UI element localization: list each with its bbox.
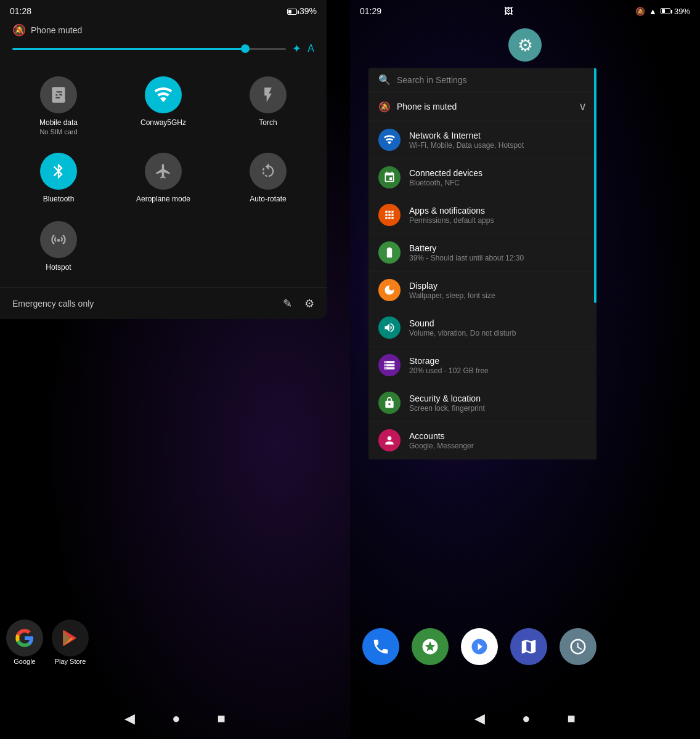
scrollbar-thumb bbox=[594, 68, 596, 303]
back-button-right[interactable]: ◀ bbox=[474, 711, 485, 727]
security-title: Security & location bbox=[409, 394, 587, 403]
mute-icon-settings: 🔕 bbox=[378, 101, 391, 113]
battery-title: Battery bbox=[409, 243, 587, 253]
settings-item-connected[interactable]: Connected devices Bluetooth, NFC bbox=[368, 159, 596, 196]
home-button-left[interactable]: ● bbox=[172, 711, 180, 727]
tile-torch[interactable]: Torch bbox=[216, 68, 320, 144]
settings-muted-label: Phone is muted bbox=[397, 102, 457, 111]
app-maps-right[interactable] bbox=[510, 628, 547, 665]
accounts-sub: Google, Messenger bbox=[409, 442, 587, 450]
network-sub: Wi-Fi, Mobile, Data usage, Hotspot bbox=[409, 141, 587, 150]
brightness-row[interactable]: ✦ A bbox=[0, 39, 327, 62]
app-phone-right[interactable] bbox=[362, 628, 399, 665]
mute-icon: 🔕 bbox=[12, 23, 26, 37]
tile-wifi[interactable]: Conway5GHz bbox=[111, 68, 216, 144]
storage-text: Storage 20% used - 102 GB free bbox=[409, 356, 587, 375]
back-button-left[interactable]: ◀ bbox=[124, 711, 135, 727]
google-label: Google bbox=[14, 658, 35, 665]
autorotate-label: Auto-rotate bbox=[250, 195, 286, 204]
recent-button-right[interactable]: ■ bbox=[568, 711, 576, 727]
settings-search[interactable]: 🔍 Search in Settings bbox=[368, 68, 596, 92]
tile-hotspot[interactable]: Hotspot bbox=[6, 212, 111, 281]
quick-settings-panel: 01:28 39% 🔕 Phone muted ✦ A Mobile da bbox=[0, 0, 327, 319]
wifi-icon bbox=[145, 76, 182, 113]
right-status-icons: 🔕 ▲ 39% bbox=[635, 7, 690, 16]
settings-item-network[interactable]: Network & Internet Wi-Fi, Mobile, Data u… bbox=[368, 121, 596, 159]
qs-bottom-row: Emergency calls only ✎ ⚙ bbox=[0, 288, 327, 319]
airplane-icon bbox=[145, 153, 182, 190]
recent-button-left[interactable]: ■ bbox=[218, 711, 226, 727]
clock-icon-right bbox=[560, 628, 596, 665]
settings-item-display[interactable]: Display Wallpaper, sleep, font size bbox=[368, 272, 596, 309]
mute-icon-right: 🔕 bbox=[635, 7, 645, 16]
settings-item-sound[interactable]: Sound Volume, vibration, Do not disturb bbox=[368, 309, 596, 347]
expand-icon: ∨ bbox=[579, 100, 587, 113]
display-sub: Wallpaper, sleep, font size bbox=[409, 291, 587, 300]
settings-item-battery[interactable]: Battery 39% - Should last until about 12… bbox=[368, 234, 596, 272]
home-button-right[interactable]: ● bbox=[522, 711, 530, 727]
connected-title: Connected devices bbox=[409, 168, 587, 178]
left-panel: 01:28 39% 🔕 Phone muted ✦ A Mobile da bbox=[0, 0, 350, 739]
network-title: Network & Internet bbox=[409, 131, 587, 140]
duo-icon-right bbox=[461, 628, 498, 665]
app-clock-right[interactable] bbox=[560, 628, 596, 665]
sound-sub: Volume, vibration, Do not disturb bbox=[409, 329, 587, 337]
app-face-right[interactable] bbox=[412, 628, 449, 665]
settings-scrollbar[interactable] bbox=[594, 68, 596, 459]
settings-items-list: Network & Internet Wi-Fi, Mobile, Data u… bbox=[368, 121, 596, 459]
sound-icon bbox=[378, 317, 401, 339]
settings-item-apps[interactable]: Apps & notifications Permissions, defaul… bbox=[368, 196, 596, 234]
accounts-title: Accounts bbox=[409, 431, 587, 441]
wifi-label: Conway5GHz bbox=[140, 118, 186, 128]
qs-tiles-grid: Mobile data No SIM card Conway5GHz Torch bbox=[0, 62, 327, 281]
google-icon bbox=[6, 620, 43, 656]
phone-icon-right bbox=[362, 628, 399, 665]
accounts-icon bbox=[378, 429, 401, 451]
apps-icon bbox=[378, 204, 401, 226]
nav-bar-left: ◀ ● ■ bbox=[0, 698, 350, 739]
settings-panel: 🔍 Search in Settings 🔕 Phone is muted ∨ … bbox=[368, 68, 596, 459]
app-duo-right[interactable] bbox=[461, 628, 498, 665]
status-icons-left: 39% bbox=[287, 6, 317, 16]
sound-title: Sound bbox=[409, 318, 587, 328]
torch-label: Torch bbox=[259, 118, 277, 128]
muted-label: Phone muted bbox=[31, 25, 82, 35]
battery-icon-settings bbox=[378, 241, 401, 264]
right-panel: 01:29 🖼 🔕 ▲ 39% ⚙ 🔍 Search in Settings 🔕… bbox=[350, 0, 700, 739]
wifi-icon-right: ▲ bbox=[649, 7, 657, 16]
tile-autorotate[interactable]: Auto-rotate bbox=[216, 144, 320, 213]
search-placeholder: Search in Settings bbox=[397, 75, 467, 85]
storage-title: Storage bbox=[409, 356, 587, 366]
apps-sub: Permissions, default apps bbox=[409, 216, 587, 225]
tile-bluetooth[interactable]: Bluetooth bbox=[6, 144, 111, 213]
settings-muted-left: 🔕 Phone is muted bbox=[378, 101, 457, 113]
hotspot-label: Hotspot bbox=[46, 263, 71, 273]
settings-gear-wrapper: ⚙ bbox=[350, 28, 700, 62]
network-text: Network & Internet Wi-Fi, Mobile, Data u… bbox=[409, 131, 587, 150]
edit-icon[interactable]: ✎ bbox=[283, 297, 292, 310]
display-title: Display bbox=[409, 281, 587, 291]
brightness-slider[interactable] bbox=[12, 48, 286, 50]
app-item-play[interactable]: Play Store bbox=[52, 620, 89, 665]
status-bar-right: 01:29 🖼 🔕 ▲ 39% bbox=[350, 0, 700, 22]
tile-airplane[interactable]: Aeroplane mode bbox=[111, 144, 216, 213]
app-icons-left: Google Play Store bbox=[6, 620, 89, 665]
battery-percent-right: 39% bbox=[674, 7, 690, 16]
settings-icon[interactable]: ⚙ bbox=[304, 297, 314, 310]
battery-text: Battery 39% - Should last until about 12… bbox=[409, 243, 587, 262]
maps-icon-right bbox=[510, 628, 547, 665]
app-icons-right bbox=[362, 628, 596, 665]
battery-percent-left: 39% bbox=[299, 6, 317, 16]
tile-mobile-data[interactable]: Mobile data No SIM card bbox=[6, 68, 111, 144]
auto-brightness-icon: A bbox=[307, 43, 314, 54]
settings-item-storage[interactable]: Storage 20% used - 102 GB free bbox=[368, 347, 596, 384]
settings-item-accounts[interactable]: Accounts Google, Messenger bbox=[368, 422, 596, 459]
play-store-label: Play Store bbox=[55, 658, 86, 665]
app-item-google[interactable]: Google bbox=[6, 620, 43, 665]
settings-muted-row[interactable]: 🔕 Phone is muted ∨ bbox=[368, 92, 596, 121]
connected-sub: Bluetooth, NFC bbox=[409, 179, 587, 187]
settings-item-security[interactable]: Security & location Screen lock, fingerp… bbox=[368, 384, 596, 422]
muted-row: 🔕 Phone muted bbox=[0, 20, 327, 39]
security-sub: Screen lock, fingerprint bbox=[409, 404, 587, 413]
mobile-data-sublabel: No SIM card bbox=[39, 128, 77, 135]
